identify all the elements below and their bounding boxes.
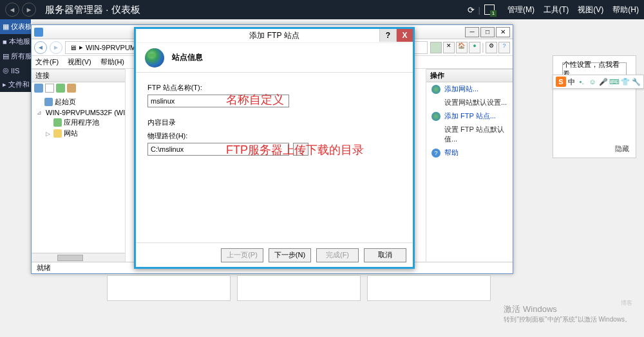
forward-button[interactable]: ►	[22, 3, 36, 17]
dashboard-cards	[107, 275, 491, 301]
tree-tool-4[interactable]	[67, 84, 76, 93]
iis-app-icon	[34, 28, 43, 37]
globe-icon	[431, 85, 440, 94]
action-site-defaults[interactable]: 设置网站默认设置...	[426, 96, 513, 109]
globe-icon	[431, 112, 440, 121]
sogou-logo-icon: S	[556, 77, 566, 87]
dashboard-card[interactable]	[367, 275, 491, 301]
ime-punct-icon[interactable]: •.	[577, 77, 586, 86]
toolbar-icon-3[interactable]: 🏠	[456, 42, 468, 53]
sidebar-item-iis[interactable]: ◎IIS	[0, 64, 31, 77]
maximize-button[interactable]: □	[480, 27, 495, 37]
wizard-close-button[interactable]: X	[396, 29, 413, 42]
sidebar-item-all[interactable]: ▤所有服	[0, 49, 31, 64]
breadcrumb-icon: 🖥	[70, 44, 77, 51]
connections-panel: 连接 起始页 ⊿WIN-9PRVPUM532F (WIN- 应用程序池 ▷网站	[32, 69, 126, 262]
iis-forward-button[interactable]: ►	[50, 41, 62, 54]
ime-tool-icon[interactable]: 🔧	[632, 77, 641, 86]
server-manager-titlebar: ◄ ► 服务器管理器 · 仪表板 ⟳ | 1 管理(M) 工具(T) 视图(V)…	[0, 0, 644, 19]
dashboard-card[interactable]	[107, 275, 231, 301]
personalize-card: 个性设置，点我看看 隐藏	[553, 55, 636, 158]
notifications-flag-icon[interactable]: 1	[484, 5, 495, 15]
actions-panel: 操作 添加网站... 设置网站默认设置... 添加 FTP 站点... 设置 F…	[426, 69, 513, 262]
app-title: 服务器管理器 · 仪表板	[45, 4, 140, 16]
ime-skin-icon[interactable]: 👕	[621, 77, 630, 86]
help-icon: ?	[431, 149, 440, 158]
tree-app-pools[interactable]: 应用程序池	[34, 117, 122, 128]
ime-voice-icon[interactable]: 🎤	[599, 77, 608, 86]
sogou-ime-bar[interactable]: S 中 •. ☺ 🎤 ⌨ 👕 🔧	[553, 75, 644, 89]
tree-tool-2[interactable]	[45, 84, 54, 93]
next-button[interactable]: 下一步(N)	[269, 248, 311, 262]
add-ftp-site-wizard: 添加 FTP 站点 ? X 站点信息 FTP 站点名称(T): 名称自定义 内容…	[134, 27, 415, 269]
site-name-input[interactable]	[147, 95, 289, 107]
menu-help[interactable]: 帮助(H)	[100, 57, 124, 67]
server-manager-sidebar: ▦仪表板 ■本地服 ▤所有服 ◎IIS ▸文件和	[0, 19, 31, 92]
sidebar-item-files[interactable]: ▸文件和	[0, 77, 31, 92]
toolbar-icon-4[interactable]: ●	[469, 42, 480, 53]
content-dir-label: 内容目录	[147, 118, 401, 127]
ime-keyboard-icon[interactable]: ⌨	[610, 77, 619, 86]
wizard-body: FTP 站点名称(T): 名称自定义 内容目录 物理路径(H): ... FTP…	[136, 73, 413, 242]
actions-header: 操作	[426, 69, 513, 82]
wizard-help-button[interactable]: ?	[379, 29, 396, 42]
action-help[interactable]: ?帮助	[426, 146, 513, 159]
refresh-icon[interactable]: ⟳	[468, 5, 475, 15]
menu-help[interactable]: 帮助(H)	[612, 5, 639, 15]
toolbar-help-icon[interactable]: ?	[498, 42, 510, 53]
physical-path-input[interactable]	[147, 143, 289, 156]
action-add-ftp[interactable]: 添加 FTP 站点...	[426, 109, 513, 123]
activate-subtitle: 转到"控制面板"中的"系统"以激活 Windows。	[504, 315, 631, 324]
activate-windows-notice: 激活 Windows 转到"控制面板"中的"系统"以激活 Windows。	[504, 304, 631, 324]
site-name-label: FTP 站点名称(T):	[147, 83, 401, 93]
minimize-button[interactable]: ─	[465, 27, 479, 37]
iis-back-button[interactable]: ◄	[34, 41, 47, 54]
dashboard-card[interactable]	[237, 275, 361, 301]
toolbar-settings-icon[interactable]: ⚙	[486, 42, 497, 53]
sidebar-item-dashboard[interactable]: ▦仪表板	[0, 19, 31, 34]
prev-button: 上一页(P)	[221, 248, 263, 262]
back-button[interactable]: ◄	[5, 3, 19, 17]
browse-button[interactable]: ...	[293, 143, 308, 156]
ime-emoji-icon[interactable]: ☺	[588, 77, 597, 86]
wizard-title-text: 添加 FTP 站点	[249, 30, 299, 41]
globe-icon	[145, 48, 164, 68]
menu-tools[interactable]: 工具(T)	[544, 5, 569, 15]
wizard-header: 站点信息	[136, 43, 413, 73]
menu-view[interactable]: 视图(V)	[578, 5, 603, 15]
tree-start-page[interactable]: 起始页	[34, 96, 122, 107]
tree-tool-1[interactable]	[34, 84, 43, 93]
hide-link[interactable]: 隐藏	[615, 144, 629, 154]
tree-tool-3[interactable]	[56, 84, 65, 93]
physical-path-label: 物理路径(H):	[147, 131, 401, 141]
menu-manage[interactable]: 管理(M)	[507, 5, 535, 15]
wizard-heading: 站点信息	[172, 52, 203, 63]
toolbar-icon-2[interactable]: ✕	[443, 42, 455, 53]
menu-file[interactable]: 文件(F)	[35, 57, 59, 67]
tree-sites[interactable]: ▷网站	[34, 128, 122, 139]
tree-scrollbar[interactable]	[32, 253, 125, 262]
action-add-website[interactable]: 添加网站...	[426, 82, 513, 96]
cancel-button[interactable]: 取消	[364, 248, 406, 262]
menu-view[interactable]: 视图(V)	[68, 57, 91, 67]
finish-button: 完成(F)	[316, 248, 359, 262]
sidebar-item-local[interactable]: ■本地服	[0, 34, 31, 49]
tree-host[interactable]: ⊿WIN-9PRVPUM532F (WIN-	[34, 107, 122, 117]
activate-title: 激活 Windows	[504, 304, 631, 315]
toolbar-icon-1[interactable]	[430, 42, 442, 53]
wizard-footer: 上一页(P) 下一步(N) 完成(F) 取消	[136, 242, 413, 267]
wizard-titlebar: 添加 FTP 站点 ? X	[136, 29, 413, 43]
ime-mode[interactable]: 中	[568, 77, 575, 87]
connections-header: 连接	[32, 69, 125, 82]
action-ftp-defaults[interactable]: 设置 FTP 站点默认值...	[426, 123, 513, 146]
close-button[interactable]: ✕	[496, 27, 510, 37]
